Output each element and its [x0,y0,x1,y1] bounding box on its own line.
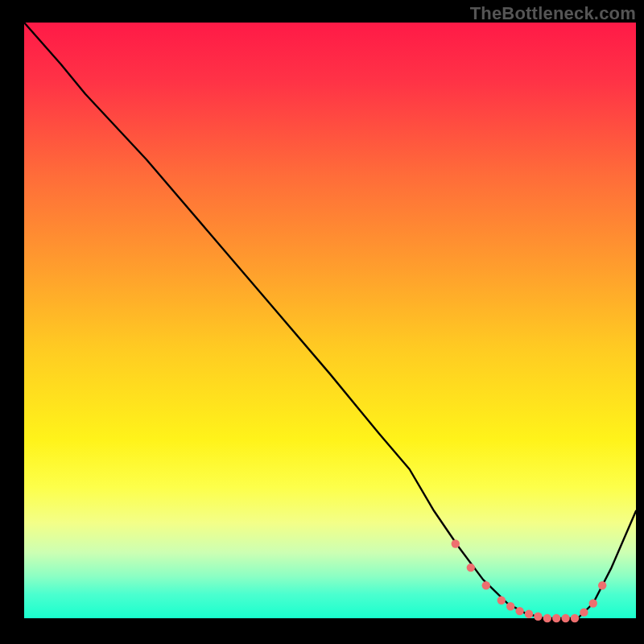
marker-dot [580,608,588,616]
marker-dot [598,581,606,589]
marker-dot [552,614,560,622]
marker-dot [525,610,533,618]
marker-dot [543,614,551,622]
marker-dot [589,599,597,607]
marker-dot [571,614,579,622]
watermark-text: TheBottleneck.com [470,3,636,24]
marker-dot [561,614,569,622]
chart-stage: TheBottleneck.com [0,0,644,644]
plot-area [24,23,636,618]
marker-dot [506,602,514,610]
marker-dot [482,581,490,589]
marker-dot [452,539,460,547]
chart-svg [0,0,644,644]
marker-dot [515,607,523,615]
marker-dot [467,564,475,572]
marker-dot [534,613,542,621]
marker-dot [497,597,506,605]
